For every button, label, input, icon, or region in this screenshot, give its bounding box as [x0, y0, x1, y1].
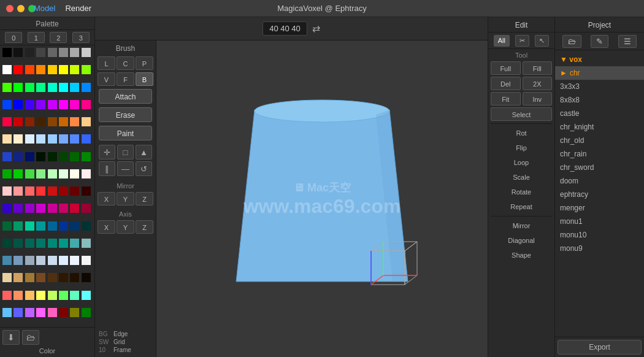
color-cell[interactable] [48, 169, 57, 178]
color-cell[interactable] [82, 169, 91, 178]
color-cell[interactable] [25, 152, 34, 161]
color-cell[interactable] [70, 273, 79, 282]
project-item[interactable]: ▼ vox [555, 53, 644, 66]
color-cell[interactable] [25, 65, 34, 74]
diagonal-item[interactable]: Diagonal [491, 234, 552, 247]
brush-icon-select[interactable]: □ [117, 145, 134, 159]
color-cell[interactable] [36, 169, 45, 178]
color-cell[interactable] [2, 152, 12, 161]
color-cell[interactable] [82, 186, 91, 196]
color-cell[interactable] [13, 221, 23, 231]
color-cell[interactable] [25, 134, 34, 144]
color-cell[interactable] [82, 100, 91, 109]
project-item[interactable]: 8x8x8 [555, 93, 644, 107]
color-cell[interactable] [59, 48, 68, 57]
color-cell[interactable] [36, 186, 45, 196]
color-cell[interactable] [36, 134, 45, 144]
color-cell[interactable] [25, 117, 34, 126]
tool-full-btn[interactable]: Full [491, 61, 521, 75]
tool-2x-btn[interactable]: 2X [523, 77, 553, 90]
edit-tab-cursor[interactable]: ↖ [535, 35, 549, 47]
color-cell[interactable] [25, 239, 34, 248]
scale-item[interactable]: Scale [491, 171, 552, 184]
color-cell[interactable] [13, 291, 23, 300]
color-cell[interactable] [70, 100, 79, 109]
color-cell[interactable] [48, 65, 57, 74]
color-cell[interactable] [48, 239, 57, 248]
project-item[interactable]: 3x3x3 [555, 80, 644, 93]
color-cell[interactable] [48, 117, 57, 126]
project-item[interactable]: monu10 [555, 228, 644, 242]
color-cell[interactable] [13, 100, 23, 109]
mirror-item[interactable]: Mirror [491, 219, 552, 232]
project-item[interactable]: chr_old [555, 134, 644, 147]
brush-btn-L[interactable]: L [98, 56, 115, 70]
color-cell[interactable] [48, 291, 57, 300]
viewport[interactable]: 🖥 Mac天空 www.mac69.com ▼ 📷 Pers Free Orth… [156, 40, 488, 357]
color-cell[interactable] [36, 221, 45, 231]
color-cell[interactable] [59, 204, 68, 213]
project-item[interactable]: monu1 [555, 215, 644, 228]
color-cell[interactable] [82, 65, 91, 74]
color-cell[interactable] [48, 221, 57, 231]
project-tab-folder[interactable]: 🗁 [562, 35, 581, 48]
swap-button[interactable]: ⇄ [312, 23, 320, 34]
color-cell[interactable] [70, 256, 79, 265]
project-item[interactable]: chr_sword [555, 161, 644, 174]
brush-icon-move[interactable]: ✛ [99, 145, 115, 159]
color-cell[interactable] [25, 221, 34, 231]
color-cell[interactable] [70, 291, 79, 300]
color-cell[interactable] [25, 100, 34, 109]
color-cell[interactable] [82, 308, 91, 317]
color-cell[interactable] [36, 117, 45, 126]
palette-download-button[interactable]: ⬇ [2, 330, 20, 345]
color-cell[interactable] [25, 204, 34, 213]
edit-tab-scissors[interactable]: ✂ [515, 35, 529, 47]
color-cell[interactable] [13, 117, 23, 126]
color-cell[interactable] [25, 273, 34, 282]
color-cell[interactable] [59, 221, 68, 231]
color-cell[interactable] [36, 48, 45, 57]
color-cell[interactable] [59, 152, 68, 161]
color-cell[interactable] [59, 65, 68, 74]
color-cell[interactable] [82, 221, 91, 231]
tool-inv-btn[interactable]: Inv [523, 92, 553, 106]
color-cell[interactable] [82, 239, 91, 248]
color-cell[interactable] [48, 48, 57, 57]
color-cell[interactable] [70, 117, 79, 126]
color-cell[interactable] [2, 273, 12, 282]
color-cell[interactable] [48, 186, 57, 196]
color-cell[interactable] [48, 273, 57, 282]
color-cell[interactable] [59, 83, 68, 92]
color-cell[interactable] [82, 83, 91, 92]
color-cell[interactable] [59, 256, 68, 265]
project-item[interactable]: doom [555, 174, 644, 188]
color-cell[interactable] [2, 134, 12, 144]
palette-tab-3[interactable]: 3 [72, 32, 90, 43]
brush-btn-B[interactable]: B [136, 72, 153, 86]
color-cell[interactable] [25, 83, 34, 92]
color-cell[interactable] [48, 204, 57, 213]
color-cell[interactable] [36, 273, 45, 282]
rotate-item[interactable]: Rotate [491, 185, 552, 199]
color-cell[interactable] [48, 100, 57, 109]
color-cell[interactable] [13, 186, 23, 196]
color-cell[interactable] [13, 308, 23, 317]
close-button[interactable] [6, 5, 13, 12]
color-cell[interactable] [70, 65, 79, 74]
brush-icon-arrow[interactable]: ▲ [136, 145, 152, 159]
color-cell[interactable] [36, 308, 45, 317]
tool-del-btn[interactable]: Del [491, 77, 521, 90]
color-cell[interactable] [70, 239, 79, 248]
color-cell[interactable] [2, 83, 12, 92]
color-cell[interactable] [70, 169, 79, 178]
color-cell[interactable] [59, 134, 68, 144]
color-cell[interactable] [25, 291, 34, 300]
color-cell[interactable] [48, 134, 57, 144]
loop-item[interactable]: Loop [491, 156, 552, 169]
brush-btn-F[interactable]: F [117, 72, 134, 86]
color-cell[interactable] [70, 152, 79, 161]
color-cell[interactable] [59, 100, 68, 109]
color-cell[interactable] [36, 291, 45, 300]
attach-button[interactable]: Attach [99, 89, 152, 104]
